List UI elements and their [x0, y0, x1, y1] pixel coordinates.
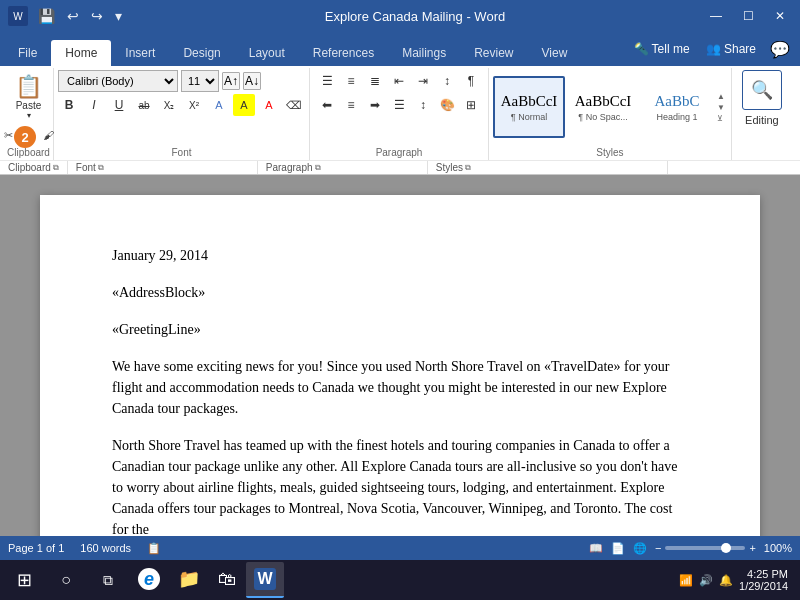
text-effects-button[interactable]: A: [208, 94, 230, 116]
zoom-slider[interactable]: [665, 546, 745, 550]
shading-button[interactable]: 🎨: [436, 94, 458, 116]
network-icon[interactable]: 📶: [679, 574, 693, 587]
show-marks-button[interactable]: ¶: [460, 70, 482, 92]
zoom-control: − + 100%: [655, 542, 792, 554]
line-spacing-button[interactable]: ↕: [412, 94, 434, 116]
superscript-button[interactable]: X²: [183, 94, 205, 116]
font-name-row: Calibri (Body) 11 A↑ A↓: [58, 70, 261, 92]
sound-icon[interactable]: 🔊: [699, 574, 713, 587]
bullets-button[interactable]: ☰: [316, 70, 338, 92]
notification-icon[interactable]: 🔔: [719, 574, 733, 587]
document-page[interactable]: January 29, 2014 «AddressBlock» «Greetin…: [40, 195, 760, 536]
customize-qat-button[interactable]: ▾: [111, 6, 126, 26]
align-right-button[interactable]: ➡: [364, 94, 386, 116]
status-left: Page 1 of 1 160 words 📋: [8, 542, 161, 555]
search-taskbar-button[interactable]: ○: [46, 560, 86, 600]
justify-button[interactable]: ☰: [388, 94, 410, 116]
styles-scroll-up[interactable]: ▲: [717, 92, 725, 101]
word-count: 160 words: [80, 542, 131, 554]
redo-button[interactable]: ↪: [87, 6, 107, 26]
address-para: «AddressBlock»: [112, 282, 688, 303]
ribbon-content: 2 📋 Paste ▾ ✂ ⧉ 🖌 Clipboard: [0, 66, 800, 160]
zoom-thumb[interactable]: [721, 543, 731, 553]
title-bar: W 💾 ↩ ↪ ▾ Explore Canada Mailing - Word …: [0, 0, 800, 32]
clear-format-button[interactable]: ⌫: [283, 94, 305, 116]
sort-button[interactable]: ↕: [436, 70, 458, 92]
subscript-button[interactable]: X₂: [158, 94, 180, 116]
document-check-icon[interactable]: 📋: [147, 542, 161, 555]
edge-icon: e: [138, 568, 160, 590]
tell-me-button[interactable]: 🔦 Tell me: [626, 42, 698, 56]
page-info: Page 1 of 1: [8, 542, 64, 554]
align-row: ⬅ ≡ ➡ ☰ ↕ 🎨 ⊞: [316, 94, 482, 116]
bold-button[interactable]: B: [58, 94, 80, 116]
align-left-button[interactable]: ⬅: [316, 94, 338, 116]
italic-button[interactable]: I: [83, 94, 105, 116]
styles-expand-icon[interactable]: ⧉: [465, 163, 471, 173]
tab-references[interactable]: References: [299, 40, 388, 66]
styles-scroll-down[interactable]: ▼: [717, 103, 725, 112]
maximize-button[interactable]: ☐: [736, 4, 760, 28]
print-layout-icon[interactable]: 📄: [611, 542, 625, 555]
minimize-button[interactable]: —: [704, 4, 728, 28]
tab-home[interactable]: Home: [51, 40, 111, 66]
decrease-indent-button[interactable]: ⇤: [388, 70, 410, 92]
align-center-button[interactable]: ≡: [340, 94, 362, 116]
clock[interactable]: 4:25 PM 1/29/2014: [739, 568, 788, 592]
document-area: January 29, 2014 «AddressBlock» «Greetin…: [0, 175, 800, 536]
paste-icon: 📋: [15, 74, 42, 100]
search-button[interactable]: 🔍: [742, 70, 782, 110]
task-view-button[interactable]: ⧉: [88, 560, 128, 600]
paragraph-group: ☰ ≡ ≣ ⇤ ⇥ ↕ ¶ ⬅ ≡ ➡ ☰ ↕ 🎨 ⊞ P: [310, 68, 489, 160]
close-button[interactable]: ✕: [768, 4, 792, 28]
tab-bar: File Home Insert Design Layout Reference…: [0, 32, 800, 66]
style-normal[interactable]: AaBbCcI ¶ Normal: [493, 76, 565, 138]
start-button[interactable]: ⊞: [4, 560, 44, 600]
tab-layout[interactable]: Layout: [235, 40, 299, 66]
taskbar-explorer[interactable]: 📁: [170, 562, 208, 598]
strikethrough-button[interactable]: ab: [133, 94, 155, 116]
share-button[interactable]: 👥 Share: [698, 42, 764, 56]
highlight-button[interactable]: A: [233, 94, 255, 116]
clipboard-expand-icon[interactable]: ⧉: [53, 163, 59, 173]
paragraph-label: Paragraph: [310, 147, 488, 158]
font-name-select[interactable]: Calibri (Body): [58, 70, 178, 92]
status-right: 📖 📄 🌐 − + 100%: [589, 542, 792, 555]
paragraph-group-label: Paragraph ⧉: [258, 161, 428, 174]
paragraph-expand-icon[interactable]: ⧉: [315, 163, 321, 173]
tab-review[interactable]: Review: [460, 40, 527, 66]
style-heading1[interactable]: AaBbC Heading 1: [641, 76, 713, 138]
comments-button[interactable]: 💬: [764, 40, 796, 59]
styles-more-button[interactable]: ⊻: [717, 114, 725, 123]
zoom-minus-button[interactable]: −: [655, 542, 661, 554]
taskbar-store[interactable]: 🛍: [210, 562, 244, 598]
borders-button[interactable]: ⊞: [460, 94, 482, 116]
date-para: January 29, 2014: [112, 245, 688, 266]
taskbar-edge[interactable]: e: [130, 562, 168, 598]
tab-file[interactable]: File: [4, 40, 51, 66]
font-expand-icon[interactable]: ⧉: [98, 163, 104, 173]
tab-design[interactable]: Design: [169, 40, 234, 66]
editing-group: 🔍 Editing: [732, 68, 792, 160]
paste-button[interactable]: 📋 Paste ▾: [9, 70, 48, 124]
numbered-list-button[interactable]: ≡: [340, 70, 362, 92]
tab-insert[interactable]: Insert: [111, 40, 169, 66]
styles-content: AaBbCcI ¶ Normal AaBbCcI ¶ No Spac... Aa…: [493, 70, 727, 158]
undo-button[interactable]: ↩: [63, 6, 83, 26]
multilevel-list-button[interactable]: ≣: [364, 70, 386, 92]
font-color-button[interactable]: A: [258, 94, 280, 116]
taskbar-word[interactable]: W: [246, 562, 284, 598]
tab-view[interactable]: View: [528, 40, 582, 66]
increase-font-button[interactable]: A↑: [222, 72, 240, 90]
zoom-plus-button[interactable]: +: [749, 542, 755, 554]
underline-button[interactable]: U: [108, 94, 130, 116]
tab-mailings[interactable]: Mailings: [388, 40, 460, 66]
read-mode-icon[interactable]: 📖: [589, 542, 603, 555]
paste-dropdown-icon[interactable]: ▾: [27, 111, 31, 120]
decrease-font-button[interactable]: A↓: [243, 72, 261, 90]
web-layout-icon[interactable]: 🌐: [633, 542, 647, 555]
save-button[interactable]: 💾: [34, 6, 59, 26]
font-size-select[interactable]: 11: [181, 70, 219, 92]
increase-indent-button[interactable]: ⇥: [412, 70, 434, 92]
style-no-spacing[interactable]: AaBbCcI ¶ No Spac...: [567, 76, 639, 138]
